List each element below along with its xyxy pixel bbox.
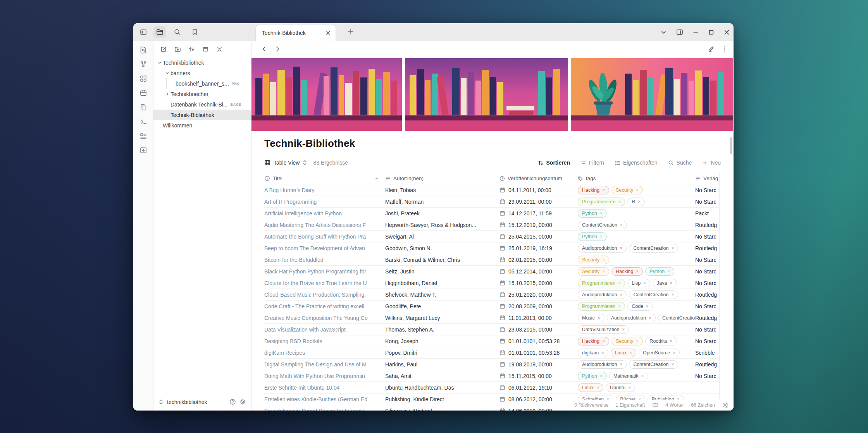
column-header-datum[interactable]: Veröffentlichungsdatum — [499, 175, 578, 181]
cell-tags[interactable]: DataVisualization× — [578, 325, 695, 334]
cell-publisher[interactable]: No Starc — [695, 326, 720, 333]
cell-author[interactable]: Publishing, Kindle Direct — [385, 396, 499, 402]
tag-remove-icon[interactable]: × — [618, 280, 621, 286]
cell-publisher[interactable]: No Starc — [695, 268, 720, 275]
bookmark-icon[interactable] — [188, 26, 201, 38]
notes-tree-icon[interactable] — [153, 26, 166, 38]
cell-tags[interactable]: Programmieren×Code× — [578, 302, 695, 311]
tag-pill[interactable]: ContentCreation× — [629, 290, 678, 299]
table-row[interactable]: Designing BSD RootkitsKong, Joseph01.01.… — [264, 335, 719, 347]
cell-tags[interactable]: Python× — [578, 232, 695, 241]
cell-tags[interactable]: Hacking×Security×Rootkits× — [578, 337, 695, 345]
cell-author[interactable]: Goodwin, Simon N. — [385, 245, 499, 251]
cell-title[interactable]: Bitcoin for the Befuddled — [264, 257, 385, 263]
tag-remove-icon[interactable]: × — [620, 246, 622, 251]
cell-title[interactable]: Artificial Intelligence with Python — [264, 210, 385, 216]
tag-remove-icon[interactable]: × — [649, 315, 651, 321]
tree-item-technik-bibliothek[interactable]: Technik-Bibliothek — [153, 110, 251, 120]
cell-title[interactable]: Doing Math With Python Use Programmin — [264, 373, 385, 379]
cell-author[interactable]: Klein, Tobias — [385, 187, 499, 193]
cell-author[interactable]: Wilkins, Margaret Lucy — [385, 315, 499, 321]
tree-item-technikbibliothek[interactable]: Technikbibliothek — [153, 57, 251, 68]
cell-publisher[interactable]: No Starc — [695, 187, 720, 193]
table-row[interactable]: Digital Sampling The Design and Use of M… — [264, 359, 719, 370]
window-menu-chevron-icon[interactable] — [661, 29, 666, 35]
tag-pill[interactable]: DataVisualization× — [578, 325, 629, 334]
settings-gear-icon[interactable] — [239, 399, 246, 405]
tag-pill[interactable]: Java× — [653, 279, 677, 287]
cell-publisher[interactable]: Routledg — [695, 245, 720, 251]
tag-pill[interactable]: Code× — [627, 302, 653, 311]
table-row[interactable]: Automate the Boring Stuff with Python Pr… — [264, 231, 719, 242]
column-header-autor[interactable]: Autor:in(nen) — [385, 175, 499, 181]
column-header-verlag[interactable]: Verlag — [695, 175, 720, 181]
calendar-icon[interactable] — [138, 88, 149, 98]
view-selector[interactable]: Table View — [264, 160, 307, 166]
new-tab-icon[interactable] — [347, 28, 354, 35]
cell-tags[interactable]: Python× — [578, 209, 695, 218]
cell-title[interactable]: A Bug Hunter's Diary — [264, 187, 385, 193]
tag-pill[interactable]: Audioproduktion× — [578, 360, 627, 369]
cell-date[interactable]: 06.01.2012, 19:10 — [499, 385, 578, 391]
table-row[interactable]: A Bug Hunter's DiaryKlein, Tobias04.11.2… — [264, 184, 719, 196]
cell-title[interactable]: Clojure for the Brave and True Learn the… — [264, 280, 385, 286]
cell-date[interactable]: 15.12.2019, 00:00 — [499, 222, 578, 228]
cell-author[interactable]: Goodliffe, Pete — [385, 303, 499, 309]
tag-remove-icon[interactable]: × — [671, 246, 674, 251]
cell-publisher[interactable]: Routledg — [695, 361, 720, 368]
cell-date[interactable]: 11.01.2013, 00:00 — [499, 315, 578, 321]
dashboard-grid-icon[interactable] — [138, 74, 149, 84]
tag-pill[interactable]: ContentCreation× — [629, 244, 678, 253]
tag-pill[interactable]: Linux× — [578, 383, 603, 392]
tag-pill[interactable]: Hacking× — [611, 267, 643, 276]
cell-publisher[interactable]: No Starc — [695, 280, 720, 286]
table-row[interactable]: Doing Math With Python Use ProgramminSah… — [264, 370, 719, 382]
cell-title[interactable]: Beep to boom The Development of Advan — [264, 245, 385, 251]
sort-tree-icon[interactable] — [188, 46, 195, 53]
cell-publisher[interactable]: Routledg — [695, 222, 720, 228]
search-icon[interactable] — [171, 26, 184, 38]
cell-title[interactable]: Cloud-Based Music Production; Sampling, — [264, 292, 385, 298]
cell-tags[interactable]: Python×Mathematik× — [578, 372, 695, 380]
tag-pill[interactable]: Linux× — [611, 349, 636, 357]
tag-remove-icon[interactable]: × — [638, 199, 641, 204]
cell-publisher[interactable]: Packt — [695, 210, 720, 216]
tag-pill[interactable]: Audioproduktion× — [578, 244, 627, 253]
tag-pill[interactable]: Programmieren× — [578, 198, 625, 206]
table-row[interactable]: Art of R ProgrammingMatloff, Norman29.09… — [264, 196, 719, 208]
table-row[interactable]: Cloud-Based Music Production; Sampling,S… — [264, 289, 719, 301]
cell-date[interactable]: 19.08.2019, 00:00 — [499, 361, 578, 368]
cell-date[interactable]: 14.12.2017, 11:59 — [499, 210, 578, 216]
column-header-tags[interactable]: tags — [578, 175, 695, 181]
cell-author[interactable]: Barski, Conrad & Wilmer, Chris — [385, 257, 499, 263]
help-icon[interactable] — [229, 399, 236, 405]
tag-remove-icon[interactable]: × — [641, 373, 644, 379]
table-row[interactable]: Audio Mastering The Artists Discussions … — [264, 219, 719, 231]
cell-tags[interactable]: Hacking×Security× — [578, 186, 695, 194]
maximize-icon[interactable] — [708, 29, 714, 35]
cell-author[interactable]: Seitz, Justin — [385, 268, 499, 275]
table-row[interactable]: Code Craft - The Practice of writing exc… — [264, 301, 719, 312]
cell-date[interactable]: 14.06.2019, 00:00 — [499, 408, 578, 411]
cell-title[interactable]: Erste Schritte mit Ubuntu 10.04 — [264, 385, 385, 391]
tag-remove-icon[interactable]: × — [596, 385, 599, 390]
cell-date[interactable]: 05.12.2014, 00:00 — [499, 268, 578, 275]
tag-pill[interactable]: Hacking× — [578, 337, 609, 345]
tag-pill[interactable]: Security× — [611, 337, 643, 345]
cell-date[interactable]: 02.01.2015, 00:00 — [499, 257, 578, 263]
tree-item-banners[interactable]: banners — [153, 68, 251, 78]
cell-author[interactable]: Matloff, Norman — [385, 199, 499, 205]
tag-remove-icon[interactable]: × — [622, 327, 625, 332]
cell-date[interactable]: 01.01.0101, 00:53:28 — [499, 338, 578, 344]
cell-author[interactable]: Filimowicz, Michael — [385, 408, 499, 411]
tag-pill[interactable]: ContentCreation× — [629, 360, 678, 369]
expand-subtree-icon[interactable] — [202, 46, 209, 53]
cell-date[interactable]: 25.01.2020, 00:00 — [499, 292, 578, 298]
cell-title[interactable]: Digital Sampling The Design and Use of M — [264, 361, 385, 368]
left-panel-toggle-icon[interactable] — [137, 27, 150, 38]
column-header-titel[interactable]: Titel — [264, 175, 385, 181]
cell-publisher[interactable]: No Starc — [695, 257, 720, 263]
tag-pill[interactable]: Python× — [578, 209, 607, 218]
tab-technik-bibliothek[interactable]: Technik-Bibliothek — [256, 25, 336, 41]
tag-remove-icon[interactable]: × — [671, 362, 674, 367]
